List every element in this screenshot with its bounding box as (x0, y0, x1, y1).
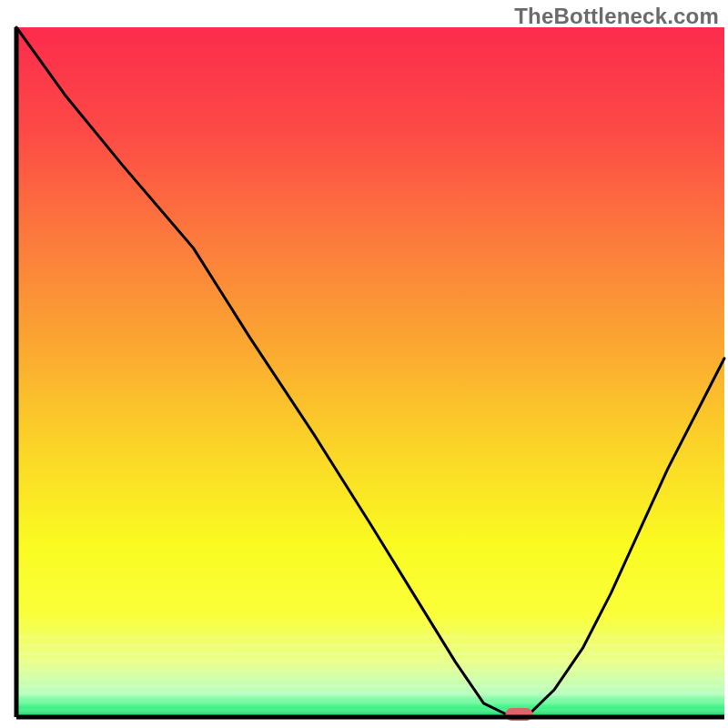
band-stripe (16, 684, 724, 688)
band-stripe (16, 676, 724, 680)
bottleneck-chart (0, 0, 728, 728)
chart-container: TheBottleneck.com (0, 0, 728, 728)
chart-background (16, 27, 724, 717)
band-stripe (16, 709, 724, 713)
watermark-label: TheBottleneck.com (514, 4, 719, 29)
band-stripe (16, 643, 724, 647)
band-stripe (16, 693, 724, 696)
band-stripe (16, 635, 724, 639)
band-stripe (16, 701, 724, 704)
band-stripe (16, 652, 724, 655)
band-stripe (16, 668, 724, 672)
band-stripe (16, 660, 724, 663)
